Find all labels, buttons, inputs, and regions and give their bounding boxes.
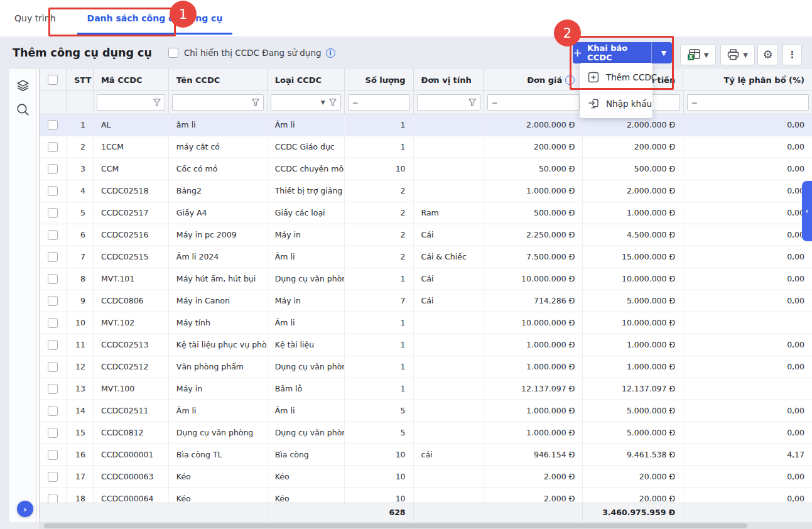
row-checkbox-cell <box>40 290 67 312</box>
table-row[interactable]: 12CCDC02512Văn phòng phẩmDụng cụ văn phò… <box>40 356 812 378</box>
cell-thanh-tien: 5.000.000 Đ <box>583 400 683 422</box>
col-header-ty-le[interactable]: Tỷ lệ phân bổ (%) <box>683 69 812 90</box>
header-checkbox-cell <box>40 69 67 90</box>
cell-thanh-tien: 5.000.000 Đ <box>583 290 683 312</box>
table-row[interactable]: 1ALâm liÂm li12.000.000 Đ2.000.000 Đ0,00 <box>40 114 812 136</box>
layers-button[interactable] <box>15 78 31 94</box>
chevron-right-icon: › <box>23 504 26 514</box>
cell-ten-ccdc: Âm li <box>169 400 268 422</box>
funnel-icon[interactable] <box>329 99 337 106</box>
row-checkbox-cell <box>40 180 67 202</box>
cell-ten-ccdc: Kệ tài liệu phục vụ phò... <box>169 334 268 356</box>
row-checkbox[interactable] <box>48 230 58 240</box>
row-checkbox[interactable] <box>48 120 58 130</box>
col-header-ma-ccdc[interactable]: Mã CCDC <box>94 69 169 90</box>
table-row[interactable]: 14CCDC02511Âm liÂm li51.000.000 Đ5.000.0… <box>40 400 812 422</box>
cell-ma-ccdc: 1CCM <box>94 136 169 158</box>
cell-stt: 2 <box>67 136 94 158</box>
cell-so-luong: 2 <box>345 224 414 246</box>
cell-loai-ccdc: Âm li <box>268 246 345 268</box>
cell-so-luong: 1 <box>345 268 414 290</box>
export-excel-button[interactable]: X ▼ <box>680 44 716 65</box>
info-icon[interactable]: i <box>326 48 335 58</box>
row-checkbox[interactable] <box>48 274 58 284</box>
filter-so-luong-input[interactable] <box>361 95 406 110</box>
row-checkbox[interactable] <box>48 494 58 503</box>
print-button[interactable]: ▼ <box>720 44 755 65</box>
table-row[interactable]: 7CCDC02515Âm li 2024Âm li2Cái & Chiếc7.5… <box>40 246 812 268</box>
row-checkbox[interactable] <box>48 208 58 218</box>
cell-thanh-tien: 1.000.000 Đ <box>583 356 683 378</box>
search-button[interactable] <box>16 102 30 117</box>
scrollbar-thumb[interactable] <box>44 523 747 528</box>
row-checkbox-cell <box>40 224 67 246</box>
table-row[interactable]: 18CCDC000064KéoKéo102.000 Đ20.000 Đ0,00 <box>40 488 812 503</box>
row-checkbox[interactable] <box>48 318 58 328</box>
col-header-so-luong[interactable]: Số lượng <box>345 69 414 90</box>
equals-operator[interactable]: = <box>352 98 359 107</box>
row-checkbox-cell <box>40 334 67 356</box>
horizontal-scrollbar[interactable] <box>39 522 812 529</box>
filter-ten-ccdc-input[interactable] <box>176 95 249 110</box>
equals-operator[interactable]: = <box>691 98 698 107</box>
table-row[interactable]: 10MVT.102Máy tínhÂm li110.000.000 Đ10.00… <box>40 312 812 334</box>
cell-ma-ccdc: CCDC02516 <box>94 224 169 246</box>
row-checkbox[interactable] <box>48 362 58 372</box>
table-row[interactable]: 21CCMmáy cắt cỏCCDC Giáo dục1200.000 Đ20… <box>40 136 812 158</box>
select-all-checkbox[interactable] <box>48 75 58 85</box>
panel-collapse-tab[interactable]: ‹ <box>802 181 812 241</box>
filter-don-gia-input[interactable] <box>501 95 575 110</box>
row-checkbox-cell <box>40 312 67 334</box>
table-row[interactable]: 6CCDC02516Máy in pc 2009Máy in2Cái2.250.… <box>40 224 812 246</box>
row-checkbox[interactable] <box>48 252 58 262</box>
col-header-stt[interactable]: STT <box>67 69 94 90</box>
table-header: STT Mã CCDC Tên CCDC Loại CCDC Số lượng … <box>40 69 812 91</box>
table-row[interactable]: 4CCDC02518Bảng2Thiết bị trợ giảng21.000.… <box>40 180 812 202</box>
settings-button[interactable]: ⚙ <box>757 44 778 65</box>
table-row[interactable]: 5CCDC02517Giấy A4Giấy các loại2Ram500.00… <box>40 202 812 224</box>
table-row[interactable]: 3CCMCốc có mỏCCDC chuyên môn1050.000 Đ50… <box>40 158 812 180</box>
funnel-icon[interactable] <box>468 99 476 106</box>
filter-loai-ccdc-input[interactable] <box>275 95 320 110</box>
row-checkbox[interactable] <box>48 164 58 174</box>
equals-operator[interactable]: = <box>492 98 498 107</box>
cell-ten-ccdc: Máy in <box>169 378 268 400</box>
table-row[interactable]: 16CCDC000001Bìa còng TLBìa còng10cái946.… <box>40 444 812 466</box>
cell-loai-ccdc: Âm li <box>268 114 345 136</box>
show-active-checkbox[interactable] <box>168 48 178 58</box>
funnel-icon[interactable] <box>252 99 259 106</box>
table-row[interactable]: 15CCDC0812Dụng cụ văn phòngDụng cụ văn p… <box>40 422 812 444</box>
funnel-icon[interactable] <box>153 99 161 106</box>
col-header-don-gia[interactable]: Đơn giá i <box>484 69 583 90</box>
chevron-down-icon[interactable]: ▼ <box>321 99 325 106</box>
row-checkbox[interactable] <box>48 186 58 196</box>
row-checkbox[interactable] <box>48 406 58 416</box>
col-header-ten-ccdc[interactable]: Tên CCDC <box>169 69 268 90</box>
filter-ty-le-input[interactable] <box>700 95 804 110</box>
row-checkbox[interactable] <box>48 340 58 350</box>
col-header-loai-ccdc[interactable]: Loại CCDC <box>268 69 345 90</box>
cell-thanh-tien: 10.000.000 Đ <box>583 268 683 290</box>
sidebar-expand-button[interactable]: › <box>17 501 33 517</box>
table-row[interactable]: 9CCDC0806Máy in CanonMáy in7Cái714.286 Đ… <box>40 290 812 312</box>
row-checkbox[interactable] <box>48 142 58 152</box>
cell-stt: 3 <box>67 158 94 180</box>
row-checkbox[interactable] <box>48 428 58 438</box>
row-checkbox[interactable] <box>48 296 58 306</box>
table-row[interactable]: 8MVT.101Máy hút ẩm, hút bụiDụng cụ văn p… <box>40 268 812 290</box>
row-checkbox-cell <box>40 246 67 268</box>
col-header-don-vi-tinh[interactable]: Đơn vị tính <box>414 69 484 90</box>
cell-loai-ccdc: Dụng cụ văn phòn... <box>268 422 345 444</box>
row-checkbox[interactable] <box>48 472 58 482</box>
row-checkbox[interactable] <box>48 450 58 460</box>
table-row[interactable]: 11CCDC02513Kệ tài liệu phục vụ phò...Kệ … <box>40 334 812 356</box>
cell-so-luong: 1 <box>345 334 414 356</box>
filter-don-vi-tinh-input[interactable] <box>421 95 466 110</box>
menu-item-nhap-khau[interactable]: Nhập khẩu <box>580 90 652 117</box>
more-options-button[interactable]: ⋮ <box>782 44 802 65</box>
table-row[interactable]: 17CCDC000063KéoKéo102.000 Đ20.000 Đ0,00 <box>40 466 812 488</box>
table-row[interactable]: 13MVT.100Máy inBấm lỗ112.137.097 Đ12.137… <box>40 378 812 400</box>
row-checkbox[interactable] <box>48 384 58 394</box>
cell-don-gia: 2.000 Đ <box>484 466 583 488</box>
filter-ma-ccdc-input[interactable] <box>101 95 151 110</box>
